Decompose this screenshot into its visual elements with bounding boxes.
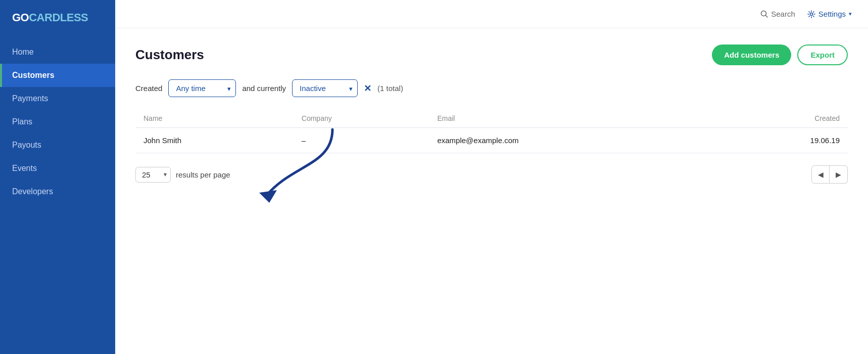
search-icon xyxy=(760,10,768,18)
status-filter-wrapper: Active Inactive Pending xyxy=(292,79,358,97)
sidebar-nav: Home Customers Payments Plans Payouts Ev… xyxy=(0,40,115,203)
pagination-buttons: ◀ ▶ xyxy=(811,165,848,184)
search-button[interactable]: Search xyxy=(760,10,795,18)
sidebar-item-payouts[interactable]: Payouts xyxy=(0,134,115,157)
customers-table: Name Company Email Created John Smith – … xyxy=(135,109,848,153)
svg-line-1 xyxy=(766,16,768,18)
header-actions: Add customers Export xyxy=(712,45,848,65)
table-header: Name Company Email Created xyxy=(135,109,848,128)
sidebar-item-developers[interactable]: Developers xyxy=(0,180,115,203)
time-filter-select[interactable]: Any time Last 7 days Last 30 days Last 9… xyxy=(168,79,236,97)
sidebar-item-home[interactable]: Home xyxy=(0,40,115,64)
table-row[interactable]: John Smith – example@example.com 19.06.1… xyxy=(135,128,848,153)
time-filter-wrapper: Any time Last 7 days Last 30 days Last 9… xyxy=(168,79,236,97)
created-label: Created xyxy=(135,84,162,93)
status-filter-select[interactable]: Active Inactive Pending xyxy=(292,79,358,97)
brand-logo[interactable]: GOCARDLESS xyxy=(0,0,115,35)
and-currently-label: and currently xyxy=(242,84,286,93)
pagination-left: 10 25 50 100 results per page xyxy=(135,167,230,183)
filter-total: (1 total) xyxy=(377,84,403,93)
sidebar-item-plans[interactable]: Plans xyxy=(0,110,115,134)
cell-email: example@example.com xyxy=(429,128,714,153)
sidebar-item-customers[interactable]: Customers xyxy=(0,64,115,87)
per-page-select[interactable]: 10 25 50 100 xyxy=(135,167,171,183)
gear-icon xyxy=(807,10,815,18)
col-created: Created xyxy=(714,109,848,128)
col-email: Email xyxy=(429,109,714,128)
cell-company: – xyxy=(294,128,429,153)
cell-name: John Smith xyxy=(135,128,294,153)
per-page-label: results per page xyxy=(176,170,230,179)
pagination: 10 25 50 100 results per page ◀ ▶ xyxy=(135,165,848,184)
svg-marker-3 xyxy=(259,190,277,203)
filter-clear-button[interactable]: ✕ xyxy=(364,83,371,94)
svg-point-2 xyxy=(810,13,812,15)
settings-chevron-icon: ▾ xyxy=(849,11,852,17)
page-content: Customers Add customers Export Created A… xyxy=(115,28,868,354)
per-page-wrapper: 10 25 50 100 xyxy=(135,167,171,183)
export-button[interactable]: Export xyxy=(797,45,848,65)
main-area: Search Settings ▾ Customers Add customer… xyxy=(115,0,868,354)
col-company: Company xyxy=(294,109,429,128)
add-customers-button[interactable]: Add customers xyxy=(712,45,791,65)
prev-page-button[interactable]: ◀ xyxy=(811,165,830,184)
filters-bar: Created Any time Last 7 days Last 30 day… xyxy=(135,79,848,97)
brand-go: GO xyxy=(12,11,29,24)
next-page-button[interactable]: ▶ xyxy=(830,165,848,184)
topbar: Search Settings ▾ xyxy=(115,0,868,28)
sidebar-item-events[interactable]: Events xyxy=(0,157,115,180)
brand-cardless: CARDLESS xyxy=(29,11,88,24)
page-title: Customers xyxy=(135,47,204,63)
sidebar-item-payments[interactable]: Payments xyxy=(0,87,115,110)
table-body: John Smith – example@example.com 19.06.1… xyxy=(135,128,848,153)
col-name: Name xyxy=(135,109,294,128)
settings-label: Settings xyxy=(818,10,846,18)
search-label: Search xyxy=(771,10,795,18)
page-header: Customers Add customers Export xyxy=(135,45,848,65)
sidebar: GOCARDLESS Home Customers Payments Plans… xyxy=(0,0,115,354)
cell-created: 19.06.19 xyxy=(714,128,848,153)
settings-button[interactable]: Settings ▾ xyxy=(807,10,852,18)
